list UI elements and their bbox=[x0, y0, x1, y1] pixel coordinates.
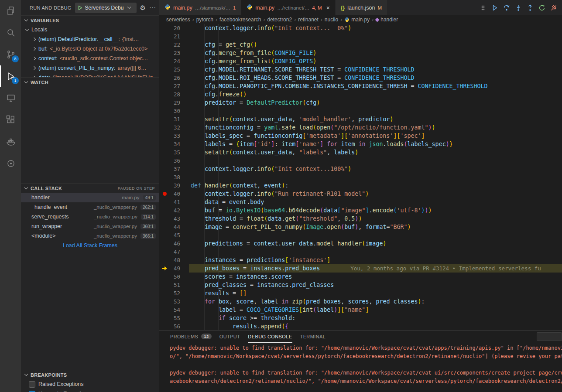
code-line[interactable]: 40 context.logger.info("Run retinanet-R1… bbox=[159, 190, 562, 198]
breadcrumb-item[interactable]: nuclio bbox=[325, 17, 338, 23]
tab-main-py-retinanet[interactable]: main.py …/retinanet/… 4, M × bbox=[241, 0, 336, 15]
breakpoint-icon[interactable] bbox=[163, 192, 167, 196]
code-line[interactable]: 35 setattr(context.user_data, "labels", … bbox=[159, 148, 562, 157]
code-line[interactable]: 34 labels = {item['id']: item['name'] fo… bbox=[159, 140, 562, 148]
gutter-glyph-margin[interactable] bbox=[159, 192, 170, 196]
code-line[interactable]: 25 cfg.MODEL.RETINANET.SCORE_THRESH_TEST… bbox=[159, 65, 562, 74]
step-over-button[interactable] bbox=[503, 4, 511, 12]
gutter-glyph-margin[interactable] bbox=[159, 266, 170, 271]
callstack-frame[interactable]: <module>_nuclio_wrapper.py366:1 bbox=[21, 231, 159, 241]
variable-row[interactable]: context<nuclio_sdk.context.Context objec… bbox=[21, 54, 159, 63]
code-line[interactable]: 43 threshold = float(data.get("threshold… bbox=[159, 215, 562, 223]
panel-tab-output[interactable]: OUTPUT bbox=[219, 331, 240, 343]
code-line[interactable]: 47 bbox=[159, 248, 562, 256]
variable-row[interactable]: buf<_io.BytesIO object at 0x7f5a2dc1ecc0… bbox=[21, 44, 159, 54]
load-all-stack-frames-link[interactable]: Load All Stack Frames bbox=[21, 241, 159, 250]
source-control-icon[interactable]: 8 bbox=[0, 44, 21, 65]
code-line[interactable]: 36 bbox=[159, 157, 562, 165]
step-out-button[interactable] bbox=[526, 4, 534, 12]
more-actions-icon[interactable]: ⋯ bbox=[149, 4, 156, 12]
code-line[interactable]: 38 bbox=[159, 173, 562, 181]
code-line[interactable]: 53 for box, score, label in zip(pred_box… bbox=[159, 297, 562, 306]
code-line[interactable]: 55 if score >= threshold: bbox=[159, 314, 562, 322]
breadcrumb-item[interactable]: serverless bbox=[166, 17, 190, 23]
code-editor[interactable]: 20 context.logger.info("Init context... … bbox=[159, 24, 562, 330]
code-line[interactable]: 21 bbox=[159, 32, 562, 41]
code-line[interactable]: 29 predictor = DefaultPredictor(cfg) bbox=[159, 99, 562, 107]
breakpoint-exception-row[interactable]: Raised Exceptions bbox=[21, 379, 159, 389]
breadcrumb-item[interactable]: facebookresearch bbox=[219, 17, 261, 23]
callstack-frame[interactable]: handlermain.py49:1 bbox=[21, 193, 159, 202]
breadcrumb-item-symbol[interactable]: handler bbox=[376, 17, 398, 23]
tab-launch-json[interactable]: {} launch.json M bbox=[336, 0, 387, 15]
code-line[interactable]: 49 pred_boxes = instances.pred_boxesYou,… bbox=[159, 264, 562, 273]
code-line[interactable]: 48 instances = predictions['instances'] bbox=[159, 256, 562, 264]
code-line[interactable]: 44 image = convert_PIL_to_numpy(Image.op… bbox=[159, 223, 562, 231]
search-icon[interactable] bbox=[0, 22, 21, 44]
code-line[interactable]: 46 predictions = context.user_data.model… bbox=[159, 239, 562, 248]
code-line[interactable]: 52 results = [] bbox=[159, 289, 562, 297]
variables-scope-locals[interactable]: Locals bbox=[21, 25, 159, 34]
drag-grip-icon[interactable] bbox=[479, 4, 487, 12]
variable-row[interactable]: data{'image': 'iVBORw0KGgoAAAANSUhEUg… bbox=[21, 73, 159, 77]
code-line[interactable]: 32 functionconfig = yaml.safe_load(open(… bbox=[159, 123, 562, 132]
code-line[interactable]: 22 cfg = get_cfg() bbox=[159, 41, 562, 49]
restart-button[interactable] bbox=[538, 4, 546, 12]
remote-explorer-icon[interactable] bbox=[0, 87, 21, 109]
code-line-content: context.logger.info("Run retinanet-R101 … bbox=[189, 190, 562, 198]
callstack-frame[interactable]: _handle_event_nuclio_wrapper.py262:1 bbox=[21, 202, 159, 212]
variables-section-header[interactable]: VARIABLES bbox=[21, 15, 159, 25]
code-line[interactable]: 27 cfg.MODEL.PANOPTIC_FPN.COMBINE.INSTAN… bbox=[159, 82, 562, 90]
panel-tab-debug-console[interactable]: DEBUG CONSOLE bbox=[248, 331, 292, 343]
code-line[interactable]: 31 setattr(context.user_data, 'model_han… bbox=[159, 115, 562, 123]
checkbox-checked[interactable] bbox=[29, 391, 35, 392]
callstack-frame[interactable]: serve_requests_nuclio_wrapper.py114:1 bbox=[21, 212, 159, 222]
callstack-frame[interactable]: run_wrapper_nuclio_wrapper.py360:1 bbox=[21, 222, 159, 231]
code-line[interactable]: 20 context.logger.info("Init context... … bbox=[159, 24, 562, 32]
continue-button[interactable] bbox=[491, 4, 499, 12]
extensions-icon[interactable] bbox=[0, 109, 21, 131]
explorer-icon[interactable] bbox=[0, 0, 21, 22]
code-line[interactable]: 30 bbox=[159, 107, 562, 115]
close-icon[interactable]: × bbox=[326, 4, 330, 11]
code-line[interactable]: 28 cfg.freeze() bbox=[159, 90, 562, 99]
breadcrumb-item[interactable]: retinanet bbox=[298, 17, 319, 23]
breakpoint-exception-row[interactable]: Uncaught Exceptions bbox=[21, 389, 159, 392]
code-line[interactable]: 56 results.append({ bbox=[159, 322, 562, 330]
code-line[interactable]: 26 cfg.MODEL.ROI_HEADS.SCORE_THRESH_TEST… bbox=[159, 74, 562, 82]
breadcrumb-item[interactable]: pytorch bbox=[196, 17, 213, 23]
tab-main-py-siammask[interactable]: main.py …/siammask/… 1 bbox=[159, 0, 241, 15]
code-line[interactable]: 51 pred_classes = instances.pred_classes bbox=[159, 281, 562, 289]
panel-tab-terminal[interactable]: TERMINAL bbox=[300, 331, 326, 343]
code-line[interactable]: 33 labels_spec = functionconfig['metadat… bbox=[159, 132, 562, 140]
breadcrumb-item[interactable]: detectron2 bbox=[267, 17, 292, 23]
code-line[interactable]: 42 buf = io.BytesIO(base64.b64decode(dat… bbox=[159, 206, 562, 215]
code-line[interactable]: 37 context.logger.info("Init context...1… bbox=[159, 165, 562, 173]
code-line[interactable]: 24 cfg.merge_from_list(CONFIG_OPTS) bbox=[159, 57, 562, 65]
step-into-button[interactable] bbox=[514, 4, 522, 12]
disconnect-button[interactable] bbox=[550, 4, 558, 12]
code-line[interactable]: 54 label = COCO_CATEGORIES[int(label)]["… bbox=[159, 306, 562, 314]
callstack-section-header[interactable]: CALL STACK PAUSED ON STEP bbox=[21, 183, 159, 193]
code-line[interactable]: 50 scores = instances.scores bbox=[159, 273, 562, 281]
jupyter-icon[interactable] bbox=[0, 153, 21, 174]
run-and-debug-icon[interactable]: 1 bbox=[0, 65, 21, 87]
line-number: 45 bbox=[170, 231, 180, 239]
breadcrumb-item-file[interactable]: main.py bbox=[344, 17, 370, 23]
code-line[interactable]: 45 bbox=[159, 231, 562, 239]
debug-config-dropdown[interactable]: Serverless Debu bbox=[75, 3, 137, 13]
docker-icon[interactable] bbox=[0, 131, 21, 153]
variable-row[interactable]: (return) convert_PIL_to_numpyarray([[[ 6… bbox=[21, 63, 159, 73]
panel-tab-problems[interactable]: PROBLEMS12 bbox=[170, 331, 212, 343]
breakpoints-section: BREAKPOINTS Raised Exceptions Uncaught E… bbox=[21, 370, 159, 392]
code-line[interactable]: 39def handler(context, event): bbox=[159, 181, 562, 190]
checkbox-unchecked[interactable] bbox=[29, 381, 35, 388]
console-filter-input[interactable] bbox=[537, 332, 562, 341]
code-line-content: cfg.merge_from_file(CONFIG_FILE) bbox=[189, 49, 562, 57]
watch-section-header[interactable]: WATCH bbox=[21, 77, 159, 87]
variable-row[interactable]: (return) DefaultPredictor.__call__{'inst… bbox=[21, 34, 159, 44]
breakpoints-section-header[interactable]: BREAKPOINTS bbox=[21, 370, 159, 379]
code-line[interactable]: 41 data = event.body bbox=[159, 198, 562, 206]
code-line[interactable]: 23 cfg.merge_from_file(CONFIG_FILE) bbox=[159, 49, 562, 57]
debug-gear-icon[interactable]: ⚙ bbox=[140, 4, 146, 12]
